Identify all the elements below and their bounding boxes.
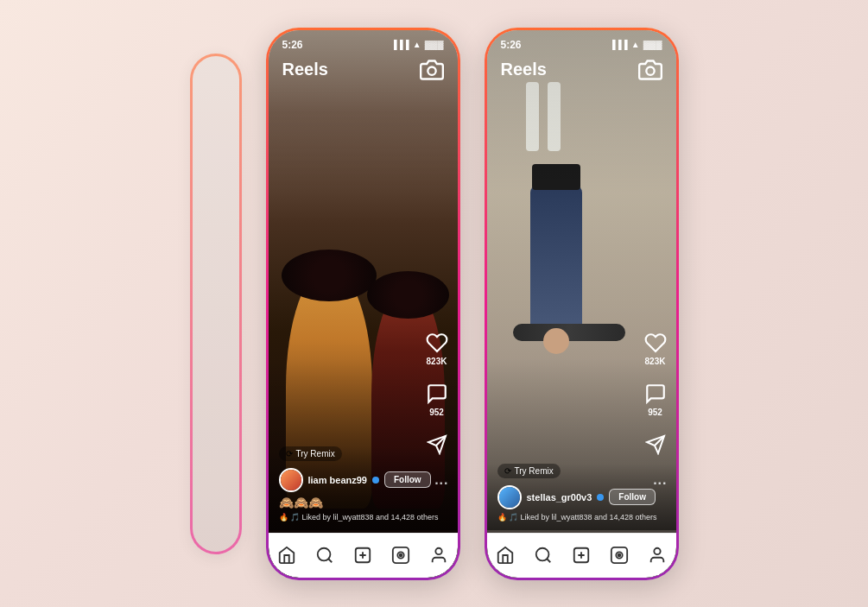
likes-text-1: 🔥 🎵 Liked by lil_wyatt838 and 14,428 oth… [279, 513, 447, 522]
reels-icon-2 [610, 546, 629, 565]
like-count-1: 823K [427, 357, 447, 366]
username-1: liam beanz99 [308, 475, 367, 485]
bottom-nav-2 [487, 533, 676, 578]
nav-profile-2[interactable] [642, 540, 673, 571]
status-icons-1: ▐▐▐ ▲ ▓▓▓ [390, 40, 443, 49]
svg-line-16 [547, 559, 550, 562]
reels-title-1: Reels [282, 60, 328, 79]
comment-button-1[interactable]: 952 [425, 382, 449, 417]
like-button-1[interactable]: 823K [425, 331, 449, 366]
reels-icon-1 [391, 546, 410, 565]
bottom-overlay-1: ⟳ Try Remix liam beanz99 Follow 🙈🙈🙈 🔥 🎵 … [269, 446, 458, 530]
svg-point-11 [435, 548, 441, 554]
partial-phone [190, 54, 242, 554]
heart-icon-2 [644, 332, 667, 354]
nav-add-2[interactable] [566, 540, 597, 571]
status-icons-2: ▐▐▐ ▲ ▓▓▓ [609, 40, 662, 49]
wifi-icon-2: ▲ [631, 40, 640, 49]
likes-text-2: 🔥 🎵 Liked by lil_wyatt838 and 14,428 oth… [497, 513, 666, 522]
bottom-overlay-2: ⟳ Try Remix stellas_gr00v3 Follow 🔥 🎵 Li… [487, 464, 676, 530]
nav-search-2[interactable] [528, 540, 559, 571]
bottom-nav-1 [269, 533, 458, 578]
time-2: 5:26 [501, 39, 522, 51]
nav-profile-1[interactable] [423, 540, 454, 571]
try-remix-text-2: Try Remix [515, 466, 554, 476]
svg-point-15 [536, 548, 549, 561]
search-icon-1 [315, 546, 334, 565]
nav-add-1[interactable] [347, 540, 378, 571]
nav-home-2[interactable] [490, 540, 521, 571]
comment-icon-1 [426, 383, 448, 405]
signal-icon: ▐▐▐ [390, 40, 409, 49]
svg-point-0 [428, 66, 435, 74]
svg-point-23 [654, 548, 660, 554]
svg-point-22 [618, 554, 620, 557]
share-button-2[interactable] [643, 433, 668, 457]
nav-reels-1[interactable] [385, 540, 416, 571]
reels-title-2: Reels [501, 60, 547, 79]
heart-icon-1 [426, 332, 448, 354]
status-bar-1: 5:26 ▐▐▐ ▲ ▓▓▓ [282, 39, 444, 51]
camera-button-2[interactable] [638, 58, 662, 82]
svg-point-3 [318, 548, 331, 561]
try-remix-text-1: Try Remix [296, 449, 335, 458]
try-remix-1[interactable]: ⟳ Try Remix [279, 446, 342, 461]
search-icon-2 [534, 546, 553, 565]
add-icon-1 [353, 546, 372, 565]
caption-1: 🙈🙈🙈 [279, 496, 447, 509]
like-button-2[interactable]: 823K [643, 331, 668, 366]
right-actions-1: 823K 952 [425, 331, 449, 457]
user-row-1: liam beanz99 Follow [279, 468, 447, 492]
nav-home-1[interactable] [271, 540, 302, 571]
svg-point-12 [646, 66, 654, 74]
username-2: stellas_gr00v3 [527, 492, 592, 503]
follow-button-2[interactable]: Follow [609, 489, 656, 505]
home-icon-2 [496, 546, 515, 565]
camera-icon-1 [420, 58, 444, 82]
user-row-2: stellas_gr00v3 Follow [497, 485, 666, 509]
add-icon-2 [572, 546, 591, 565]
phone-1: 5:26 ▐▐▐ ▲ ▓▓▓ Reels [266, 28, 460, 580]
profile-icon-1 [429, 546, 448, 565]
comment-button-2[interactable]: 952 [643, 382, 668, 417]
profile-icon-2 [648, 546, 667, 565]
signal-icon-2: ▐▐▐ [609, 40, 627, 49]
nav-search-1[interactable] [309, 540, 340, 571]
comment-icon-2 [644, 383, 667, 405]
reels-header-2: Reels [501, 58, 662, 82]
comment-count-1: 952 [429, 408, 444, 417]
follow-button-1[interactable]: Follow [384, 471, 431, 488]
status-bar-2: 5:26 ▐▐▐ ▲ ▓▓▓ [501, 39, 662, 51]
verified-icon-2 [597, 494, 604, 501]
verified-icon-1 [372, 477, 379, 484]
avatar-1 [279, 468, 303, 492]
like-count-2: 823K [645, 357, 666, 366]
phone-2: 5:26 ▐▐▐ ▲ ▓▓▓ Reels [485, 28, 679, 580]
try-remix-2[interactable]: ⟳ Try Remix [497, 464, 561, 478]
home-icon-1 [277, 546, 296, 565]
battery-icon: ▓▓▓ [425, 40, 444, 49]
camera-button-1[interactable] [420, 58, 444, 82]
camera-icon-2 [638, 58, 662, 82]
svg-point-10 [399, 554, 402, 557]
share-icon-2 [645, 434, 666, 455]
comment-count-2: 952 [648, 408, 662, 417]
right-actions-2: 823K 952 [643, 331, 668, 457]
avatar-2 [497, 485, 522, 509]
svg-line-4 [328, 559, 332, 562]
reels-header-1: Reels [282, 58, 444, 82]
nav-reels-2[interactable] [604, 540, 635, 571]
wifi-icon: ▲ [413, 40, 421, 49]
time-1: 5:26 [282, 39, 303, 51]
battery-icon-2: ▓▓▓ [643, 40, 662, 49]
